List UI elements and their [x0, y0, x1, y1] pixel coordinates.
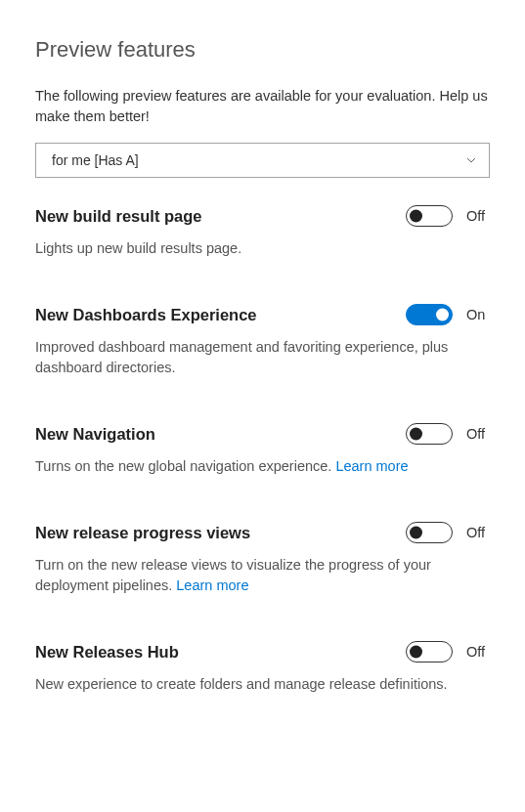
feature-block: New release progress viewsOffTurn on the… [35, 522, 490, 596]
feature-description-text: New experience to create folders and man… [35, 676, 448, 692]
learn-more-link[interactable]: Learn more [335, 458, 408, 474]
toggle-state-label: Off [466, 426, 490, 442]
feature-header: New Releases HubOff [35, 641, 490, 662]
toggle-state-label: Off [466, 208, 490, 224]
learn-more-link[interactable]: Learn more [176, 577, 248, 593]
feature-description: Lights up new build results page. [35, 238, 490, 259]
toggle-group: On [406, 304, 490, 325]
feature-description: Turns on the new global navigation exper… [35, 456, 490, 477]
feature-title: New build result page [35, 207, 202, 226]
feature-toggle[interactable] [406, 641, 453, 662]
toggle-group: Off [406, 641, 490, 662]
chevron-down-icon [465, 154, 477, 166]
feature-description-text: Lights up new build results page. [35, 240, 241, 256]
toggle-knob [436, 309, 449, 321]
toggle-group: Off [406, 522, 490, 543]
feature-description: Turn on the new release views to visuali… [35, 555, 490, 596]
feature-title: New Dashboards Experience [35, 306, 257, 324]
feature-toggle[interactable] [406, 522, 453, 543]
toggle-knob [410, 646, 422, 659]
toggle-state-label: On [466, 307, 490, 322]
toggle-state-label: Off [466, 644, 490, 660]
toggle-group: Off [406, 423, 490, 445]
feature-title: New Navigation [35, 425, 155, 444]
intro-text: The following preview features are avail… [35, 86, 490, 127]
scope-dropdown[interactable]: for me [Has A] [35, 143, 490, 178]
feature-description: Improved dashboard management and favori… [35, 337, 490, 378]
feature-block: New Dashboards ExperienceOnImproved dash… [35, 304, 490, 378]
feature-description-text: Improved dashboard management and favori… [35, 339, 448, 375]
feature-description-text: Turns on the new global navigation exper… [35, 458, 335, 474]
page-title: Preview features [35, 37, 490, 63]
feature-header: New release progress viewsOff [35, 522, 490, 543]
toggle-group: Off [406, 205, 490, 227]
feature-block: New build result pageOffLights up new bu… [35, 205, 490, 259]
feature-header: New NavigationOff [35, 423, 490, 445]
feature-block: New NavigationOffTurns on the new global… [35, 423, 490, 477]
feature-toggle[interactable] [406, 205, 453, 227]
feature-header: New build result pageOff [35, 205, 490, 227]
toggle-knob [410, 428, 422, 441]
dropdown-selected-label: for me [Has A] [52, 152, 139, 168]
toggle-state-label: Off [466, 525, 490, 540]
feature-title: New Releases Hub [35, 643, 179, 662]
feature-toggle[interactable] [406, 304, 453, 325]
feature-description: New experience to create folders and man… [35, 674, 490, 695]
feature-block: New Releases HubOffNew experience to cre… [35, 641, 490, 695]
feature-toggle[interactable] [406, 423, 453, 445]
feature-header: New Dashboards ExperienceOn [35, 304, 490, 325]
toggle-knob [410, 210, 422, 223]
toggle-knob [410, 527, 422, 539]
feature-title: New release progress views [35, 524, 250, 542]
features-list: New build result pageOffLights up new bu… [35, 205, 490, 695]
